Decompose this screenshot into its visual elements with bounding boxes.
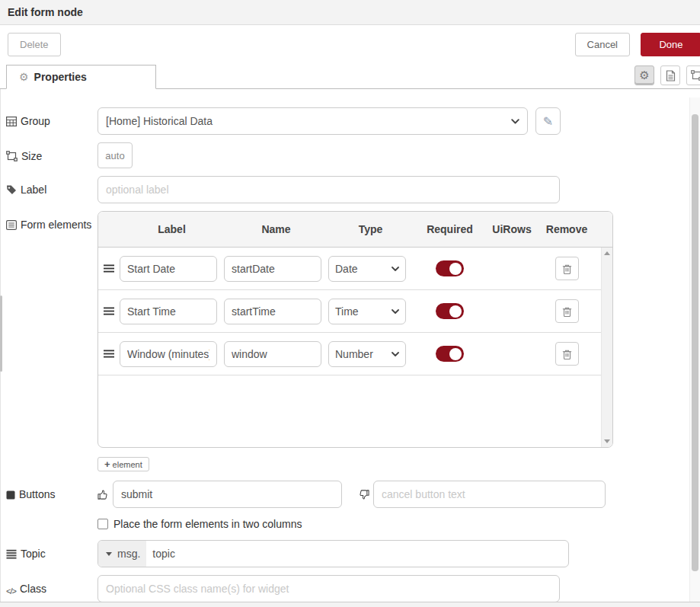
element-type-select[interactable]: Date [328,256,406,282]
tab-properties-label: Properties [34,71,87,83]
remove-element-button[interactable] [555,257,579,280]
add-element-button[interactable]: + element [97,457,149,471]
element-label-input[interactable] [120,299,217,324]
dialog-toolbar: Delete Cancel Done [0,25,700,63]
description-view-button[interactable] [660,65,680,85]
cancel-button-text-input[interactable] [373,481,606,508]
drag-handle-icon[interactable] [98,350,120,358]
size-button[interactable]: auto [97,142,133,168]
object-group-icon [691,70,700,81]
add-element-row: + element [97,457,700,471]
plus-icon: + [104,458,110,470]
form-elements-header: Label Name Type Required UiRows Remove [98,212,612,248]
trash-icon [562,306,572,317]
thumbs-down-icon [358,489,369,500]
col-header-name: Name [224,223,328,235]
tag-icon [6,184,17,195]
class-label: </>Class [6,575,97,597]
topic-typed-input: msg. topic [97,540,569,567]
topic-row: Topic msg. topic [6,540,700,567]
element-name-input[interactable] [224,341,321,367]
scroll-down-icon[interactable] [604,439,610,443]
properties-view-button[interactable]: ⚙ [634,65,654,85]
label-label: Label [6,176,97,197]
group-select[interactable]: [Home] Historical Data [97,107,528,135]
appearance-view-button[interactable] [686,65,700,85]
caret-down-icon [106,552,112,556]
two-columns-row: Place the form elements in two columns [97,518,700,530]
form-element-row: Date [98,248,601,290]
element-label-input[interactable] [120,341,217,367]
document-icon [666,70,676,81]
two-columns-checkbox[interactable] [97,519,108,529]
trash-icon [562,349,572,359]
dialog-title: Edit form node [8,6,83,18]
element-name-input[interactable] [224,256,321,282]
buttons-row: Buttons [6,481,700,508]
two-columns-label: Place the form elements in two columns [113,518,302,530]
footer-strip [0,602,700,607]
pencil-icon: ✎ [543,114,553,129]
code-icon: </> [6,586,16,597]
table-icon [6,117,17,126]
cancel-button[interactable]: Cancel [575,33,630,56]
element-type-value: Date [335,263,358,275]
thumbs-up-icon [97,489,109,500]
page-scrollbar[interactable] [689,97,700,602]
required-toggle[interactable] [436,346,464,362]
scroll-up-icon[interactable] [604,251,610,255]
col-header-remove: Remove [537,223,596,235]
node-label-input[interactable] [97,176,560,203]
topic-value-input[interactable]: topic [146,541,175,567]
form-element-row: Time [98,290,601,333]
toggle-knob [449,263,462,275]
chevron-down-icon [392,267,399,271]
element-type-value: Number [335,348,373,360]
label-row: Label [6,176,700,203]
buttons-label: Buttons [6,481,97,502]
dialog-titlebar: Edit form node [0,0,700,25]
properties-form: Group [Home] Historical Data ✎ Size a [0,89,700,602]
group-select-value: [Home] Historical Data [106,115,213,127]
topic-type-button[interactable]: msg. [98,541,146,567]
form-elements-label: Form elements [6,211,97,232]
required-toggle[interactable] [436,303,464,319]
toggle-knob [449,348,462,360]
remove-element-button[interactable] [555,342,579,366]
editor-tabbar: ⚙ Properties ⚙ [0,63,700,89]
tab-properties[interactable]: ⚙ Properties [6,65,156,89]
form-elements-row: Form elements Label Name Type Required U… [6,211,700,448]
size-row: Size auto [6,142,700,168]
delete-button[interactable]: Delete [8,33,61,56]
chevron-down-icon [511,119,519,124]
element-type-select[interactable]: Number [328,341,406,367]
group-row: Group [Home] Historical Data ✎ [6,107,700,135]
topic-label: Topic [6,540,97,561]
element-name-input[interactable] [224,299,321,324]
class-row: </>Class [6,575,700,602]
form-elements-list: Date Time [98,248,612,447]
list-icon [6,549,17,559]
gear-icon: ⚙ [19,72,29,82]
object-group-icon [6,151,18,161]
tabbar-icon-buttons: ⚙ [634,65,700,85]
form-element-row: Number [98,333,601,375]
col-header-type: Type [328,223,413,235]
gear-icon: ⚙ [639,70,649,81]
required-toggle[interactable] [436,260,464,276]
remove-element-button[interactable] [555,299,579,323]
css-class-input[interactable] [97,575,560,602]
page-scrollbar-thumb[interactable] [692,114,698,571]
col-header-uirows: UiRows [487,223,537,235]
drag-handle-icon[interactable] [98,307,120,315]
done-button[interactable]: Done [641,33,700,56]
size-label: Size [6,142,97,164]
col-header-required: Required [413,223,487,235]
element-type-select[interactable]: Time [328,299,406,324]
edit-group-button[interactable]: ✎ [535,107,561,135]
table-scrollbar[interactable] [601,248,612,447]
element-label-input[interactable] [120,256,217,282]
submit-button-text-input[interactable] [113,481,342,508]
tray-resize-grip[interactable] [0,296,2,372]
drag-handle-icon[interactable] [98,264,120,273]
